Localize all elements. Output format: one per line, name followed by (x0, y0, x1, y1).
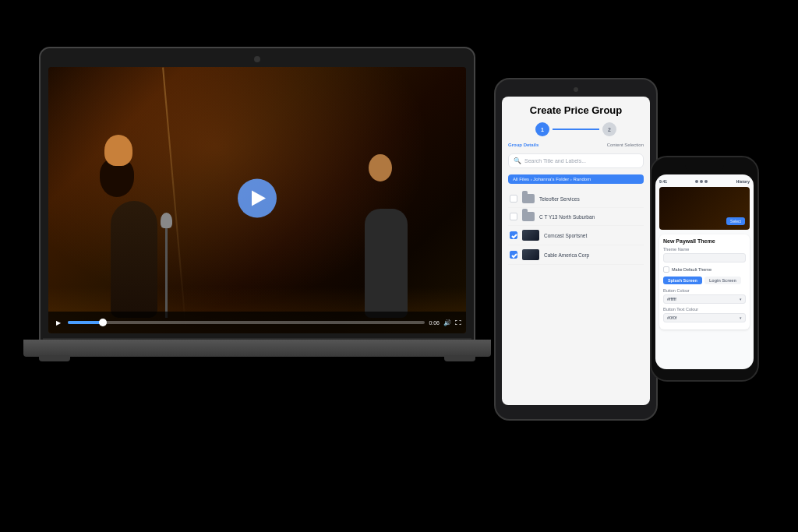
singer-head (104, 135, 132, 166)
video-play-icon[interactable]: ▶ (53, 317, 64, 328)
phone-content: 9:41 History Select New Paywall Theme (655, 174, 754, 334)
folder-icon-1 (522, 194, 535, 203)
video-progress-fill (68, 321, 104, 324)
checkmark-icon (510, 252, 518, 259)
phone-top-bar: 9:41 History (659, 179, 750, 184)
video-background: ▶ 0:06 🔊 ⛶ (48, 67, 466, 333)
status-dot-1 (695, 180, 698, 183)
table-row: Comcast Sportsnet (508, 226, 644, 245)
default-theme-checkbox[interactable] (663, 266, 669, 273)
file-name-4: Cable America Corp (544, 252, 642, 258)
tab-login-screen[interactable]: Login Screen (704, 277, 741, 284)
video-thumbnail-4 (522, 249, 539, 260)
phone-screen: 9:41 History Select New Paywall Theme (655, 174, 754, 369)
file-name-2: C T Y13 North Suburban (539, 214, 642, 220)
step-connector-line (553, 129, 599, 130)
phone-notch (685, 164, 724, 171)
tablet-page-title: Create Price Group (508, 104, 644, 116)
status-dot-2 (700, 180, 703, 183)
search-icon: 🔍 (514, 157, 521, 164)
dropdown-arrow-icon: ▾ (740, 297, 742, 301)
play-triangle-icon (252, 191, 266, 206)
button-colour-select[interactable]: #ffffff ▾ (663, 294, 746, 304)
musician-head (369, 154, 392, 181)
mic-stand (165, 224, 168, 318)
paywall-theme-section: New Paywall Theme Theme Name Make Defaul… (659, 234, 750, 329)
tablet-screen: Create Price Group 1 2 Group Details Con… (502, 97, 650, 405)
laptop-camera (254, 56, 260, 62)
singer-figure (95, 162, 189, 318)
laptop-foot-right (444, 355, 475, 361)
tab-splash-screen[interactable]: Splash Screen (663, 277, 702, 284)
video-progress-bar[interactable] (68, 321, 425, 324)
laptop-foot-left (39, 355, 70, 361)
scene: ▶ 0:06 🔊 ⛶ (0, 0, 798, 532)
video-thumbnail-3 (522, 230, 539, 241)
button-text-colour-select[interactable]: #0f0f ▾ (663, 313, 746, 322)
table-row: Teleofter Services (508, 190, 644, 208)
singer-body (111, 201, 157, 318)
table-row: Cable America Corp (508, 245, 644, 265)
dropdown-arrow-icon-2: ▾ (740, 315, 742, 320)
step-2-circle: 2 (602, 122, 616, 136)
volume-icon[interactable]: 🔊 (443, 319, 451, 326)
phone-select-button[interactable]: Select (726, 217, 745, 225)
step-1-label: Group Details (508, 143, 538, 147)
checkmark-icon (510, 232, 518, 240)
tablet-content: Create Price Group 1 2 Group Details Con… (502, 97, 650, 273)
breadcrumb-text: All Files › Johanna's Folder › Random (513, 177, 591, 181)
video-time: 0:06 (429, 320, 440, 326)
step-labels: Group Details Content Selection (508, 143, 644, 147)
button-colour-label: Button Colour (663, 288, 746, 293)
file-checkbox-3[interactable] (510, 231, 517, 239)
phone-time: 9:41 (659, 179, 667, 184)
folder-icon-2 (522, 212, 535, 221)
file-checkbox-1[interactable] (510, 195, 517, 203)
search-bar[interactable]: 🔍 Search Title and Labels... (508, 153, 644, 168)
step-2-label: Content Selection (607, 143, 644, 147)
laptop-screen: ▶ 0:06 🔊 ⛶ (48, 67, 466, 333)
tablet-camera (574, 87, 578, 92)
mic-head (161, 213, 172, 228)
play-button[interactable] (238, 179, 277, 218)
theme-name-label: Theme Name (663, 247, 746, 252)
button-text-colour-value: #0f0f (667, 315, 676, 320)
step-1-circle: 1 (535, 122, 549, 136)
phone-device: 9:41 History Select New Paywall Theme (650, 156, 759, 382)
musician-body (365, 209, 408, 318)
file-breadcrumb[interactable]: All Files › Johanna's Folder › Random (508, 174, 644, 184)
fullscreen-icon[interactable]: ⛶ (455, 319, 461, 326)
file-checkbox-4[interactable] (510, 251, 517, 259)
laptop: ▶ 0:06 🔊 ⛶ (39, 47, 491, 452)
video-controls-bar: ▶ 0:06 🔊 ⛶ (48, 312, 466, 333)
file-name-1: Teleofter Services (539, 196, 642, 202)
button-colour-value: #ffffff (667, 297, 676, 301)
paywall-section-title: New Paywall Theme (663, 238, 746, 244)
default-theme-row: Make Default Theme (663, 266, 746, 273)
table-row: C T Y13 North Suburban (508, 208, 644, 226)
button-text-colour-label: Button Text Colour (663, 307, 746, 312)
video-progress-dot (99, 319, 107, 326)
file-checkbox-2[interactable] (510, 213, 517, 220)
phone-video-thumbnail: Select (659, 187, 750, 230)
progress-stepper: 1 2 (508, 122, 644, 136)
phone-status-icons (695, 180, 708, 183)
search-placeholder-text: Search Title and Labels... (524, 158, 586, 164)
default-theme-label: Make Default Theme (672, 267, 711, 272)
file-name-3: Comcast Sportsnet (544, 233, 642, 238)
theme-name-input[interactable] (663, 253, 746, 262)
laptop-screen-outer: ▶ 0:06 🔊 ⛶ (39, 47, 475, 343)
status-dot-3 (704, 180, 708, 183)
phone-action-label[interactable]: History (736, 179, 750, 184)
tablet-device: Create Price Group 1 2 Group Details Con… (494, 78, 658, 421)
laptop-base (23, 340, 491, 357)
screen-type-tabs: Splash Screen Login Screen (663, 277, 746, 284)
musician-figure (357, 178, 435, 318)
